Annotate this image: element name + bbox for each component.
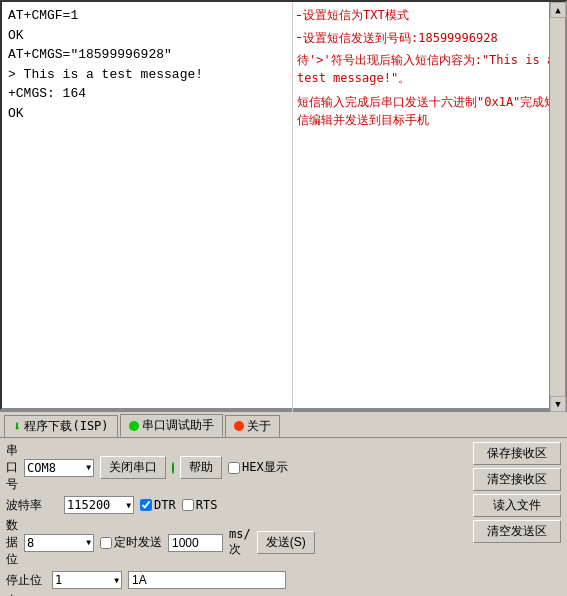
controls-main: 串口号 COM8 ▼ 关闭串口 帮助 HEX显示 波特率	[6, 442, 561, 596]
dtr-checkbox[interactable]	[140, 499, 152, 511]
hex-display-label: HEX显示	[242, 459, 288, 476]
terminal-line-1: AT+CMGF=1	[8, 6, 286, 26]
row-databits: 数据位 8 ▼ 定时发送 ms/次 发送(S)	[6, 517, 286, 568]
baud-label: 波特率	[6, 497, 58, 514]
save-receive-button[interactable]: 保存接收区	[473, 442, 561, 465]
terminal-line-8: OK	[8, 104, 286, 124]
help-button[interactable]: 帮助	[180, 456, 222, 479]
dropdown-arrow-baud: ▼	[126, 501, 131, 510]
toolbar: ⬇ 程序下载(ISP) 串口调试助手 关于 串口号 COM8 ▼	[0, 410, 567, 596]
clear-receive-button[interactable]: 清空接收区	[473, 468, 561, 491]
databits-value: 8	[27, 536, 34, 550]
terminal-output: AT+CMGF=1 OK AT+CMGS="18599996928" > Thi…	[2, 2, 292, 412]
annotation-1: 设置短信为TXT模式	[303, 6, 409, 25]
port-value: COM8	[27, 461, 56, 475]
download-icon: ⬇	[13, 418, 21, 434]
databits-label: 数据位	[6, 517, 18, 568]
hex-display-checkbox[interactable]	[228, 462, 240, 474]
rts-label: RTS	[196, 498, 218, 512]
scrollbar[interactable]: ▲ ▼	[549, 2, 565, 412]
tab-serial[interactable]: 串口调试助手	[120, 414, 223, 437]
clear-send-button[interactable]: 清空发送区	[473, 520, 561, 543]
baud-value: 115200	[67, 498, 110, 512]
dropdown-arrow-databits: ▼	[86, 538, 91, 547]
port-label: 串口号	[6, 442, 18, 493]
stopbits-value: 1	[55, 573, 62, 587]
annotation-3: 待'>'符号出现后输入短信内容为:"This is a test message…	[297, 51, 562, 87]
read-file-button[interactable]: 读入文件	[473, 494, 561, 517]
send-button[interactable]: 发送(S)	[257, 531, 315, 554]
timed-unit-label: ms/次	[229, 527, 251, 558]
dtr-check[interactable]: DTR	[140, 498, 176, 512]
annotation-2: 设置短信发送到号码:18599996928	[303, 29, 498, 48]
port-dropdown[interactable]: COM8 ▼	[24, 459, 94, 477]
row-parity: 奇偶位 None ▼ HEX发送 发送新行 按键	[6, 592, 286, 596]
send-input-row	[128, 571, 286, 589]
right-action-buttons: 保存接收区 清空接收区 读入文件 清空发送区	[473, 442, 561, 596]
scroll-track	[550, 18, 565, 396]
baud-dropdown[interactable]: 115200 ▼	[64, 496, 134, 514]
terminal-window: AT+CMGF=1 OK AT+CMGS="18599996928" > Thi…	[0, 0, 567, 410]
send-input-field[interactable]	[128, 571, 286, 589]
row-stopbits: 停止位 1 ▼	[6, 571, 286, 589]
controls-panel: 串口号 COM8 ▼ 关闭串口 帮助 HEX显示 波特率	[0, 438, 567, 596]
timed-send-label: 定时发送	[114, 534, 162, 551]
databits-dropdown[interactable]: 8 ▼	[24, 534, 94, 552]
row-port: 串口号 COM8 ▼ 关闭串口 帮助 HEX显示	[6, 442, 286, 493]
scroll-down-btn[interactable]: ▼	[550, 396, 566, 412]
terminal-line-4: > This is a test message!	[8, 65, 286, 85]
scroll-up-btn[interactable]: ▲	[550, 2, 566, 18]
rts-checkbox[interactable]	[182, 499, 194, 511]
left-controls: 串口号 COM8 ▼ 关闭串口 帮助 HEX显示 波特率	[6, 442, 286, 596]
annotation-4: 短信输入完成后串口发送十六进制"0x1A"完成短信编辑并发送到目标手机	[297, 93, 562, 129]
hex-display-check[interactable]: HEX显示	[228, 459, 288, 476]
tab-about-label: 关于	[247, 418, 271, 435]
red-dot-icon	[234, 421, 244, 431]
terminal-line-3: AT+CMGS="18599996928"	[8, 45, 286, 65]
timed-send-checkbox[interactable]	[100, 537, 112, 549]
stopbits-dropdown[interactable]: 1 ▼	[52, 571, 122, 589]
timed-interval-input[interactable]	[168, 534, 223, 552]
terminal-line-2: OK	[8, 26, 286, 46]
terminal-line-6: +CMGS: 164	[8, 84, 286, 104]
timed-send-check[interactable]: 定时发送	[100, 534, 162, 551]
annotations-panel: 设置短信为TXT模式 设置短信发送到号码:18599996928 待'>'符号出…	[297, 6, 562, 133]
tab-about[interactable]: 关于	[225, 415, 280, 437]
tab-serial-label: 串口调试助手	[142, 417, 214, 434]
close-port-button[interactable]: 关闭串口	[100, 456, 166, 479]
dropdown-arrow-stopbits: ▼	[114, 576, 119, 585]
rts-check[interactable]: RTS	[182, 498, 218, 512]
parity-label: 奇偶位	[6, 592, 18, 596]
vertical-divider	[292, 2, 293, 412]
dropdown-arrow-port: ▼	[86, 463, 91, 472]
dtr-label: DTR	[154, 498, 176, 512]
toolbar-tabs: ⬇ 程序下载(ISP) 串口调试助手 关于	[0, 412, 567, 438]
stopbits-label: 停止位	[6, 572, 46, 589]
port-status-indicator	[172, 462, 174, 474]
tab-isp-label: 程序下载(ISP)	[24, 418, 108, 435]
row-baud: 波特率 115200 ▼ DTR RTS	[6, 496, 286, 514]
green-dot-icon	[129, 421, 139, 431]
tab-isp[interactable]: ⬇ 程序下载(ISP)	[4, 415, 118, 437]
